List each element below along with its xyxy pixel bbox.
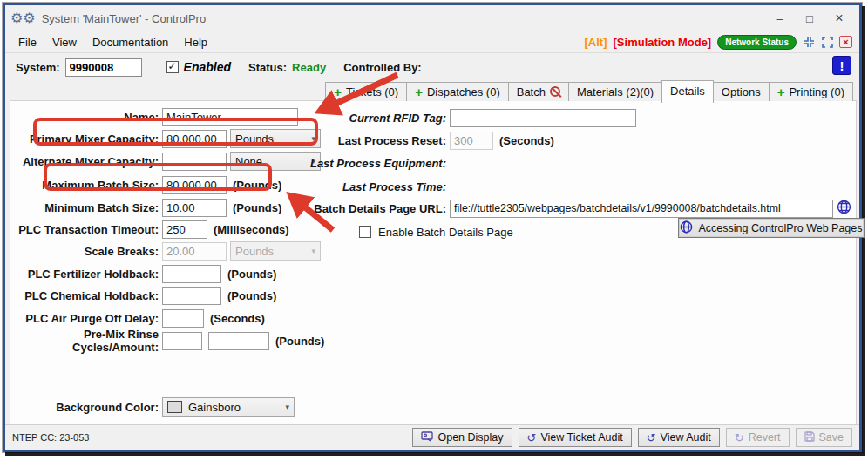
close-panel-icon[interactable]: × [839,36,852,48]
batch-details-url-label: Batch Details Page URL: [272,202,446,215]
plus-icon: + [777,85,785,98]
name-row: Name: [14,107,298,126]
title-bar: ⚙⚙ System 'MainTower' - ControlPro – □ × [5,5,859,31]
plc-transaction-timeout-input[interactable] [162,220,207,239]
plc-transaction-timeout-row: PLC Transaction Timeout: (Milliseconds) [14,220,289,239]
plc-transaction-timeout-label: PLC Transaction Timeout: [14,223,159,236]
window-title: System 'MainTower' - ControlPro [42,12,206,25]
scale-breaks-input [162,242,227,261]
last-process-equipment-label: Last Process Equipment: [272,157,446,170]
current-rfid-tag-input[interactable] [450,109,636,127]
alt-mode-badge: [Alt] [585,36,607,49]
enable-batch-details-label: Enable Batch Details Page [378,226,513,239]
primary-mixer-capacity-input[interactable] [162,130,227,148]
alert-button[interactable]: ! [832,56,851,75]
accessing-webpages-button[interactable]: Accessing ControlPro Web Pages [678,218,865,238]
view-ticket-audit-button[interactable]: ↺ View Ticket Audit [519,428,632,447]
plc-chemical-holdback-label: PLC Chemical Holdback: [14,289,159,302]
open-display-button[interactable]: Open Display [412,428,512,447]
system-label: System: [16,61,60,74]
maximum-batch-size-input[interactable] [162,176,227,194]
plc-fertilizer-holdback-unit: (Pounds) [227,268,276,281]
background-color-label: Background Color: [14,401,159,414]
scale-breaks-unit-select: Pounds ▾ [230,241,321,261]
batch-details-url-input[interactable] [450,200,833,218]
plc-chemical-holdback-unit: (Pounds) [227,289,276,302]
history-icon: ↺ [647,432,656,444]
ntep-certification-text: NTEP CC: 23-053 [12,432,89,443]
network-status-badge[interactable]: Network Status [717,35,797,50]
plc-chemical-holdback-input[interactable] [162,287,221,305]
tab-details[interactable]: Details [661,80,714,103]
current-rfid-tag-label: Current RFID Tag: [272,112,446,125]
background-color-row: Background Color: Gainsboro ▾ [14,397,295,417]
status-value: Ready [292,61,326,74]
view-audit-button[interactable]: ↺ View Audit [638,428,720,447]
plc-air-purge-off-delay-input[interactable] [162,309,204,328]
display-icon [421,431,433,444]
scale-breaks-row: Scale Breaks: Pounds ▾ [14,241,321,261]
system-toolbar: System: Enabled Status: Ready Controlled… [5,54,859,80]
tab-printing[interactable]: + Printing (0) [769,82,853,101]
menu-help[interactable]: Help [176,33,215,51]
premix-rinse-cycles-input[interactable] [162,332,202,350]
plc-fertilizer-holdback-input[interactable] [162,265,221,283]
menu-view[interactable]: View [44,33,85,51]
minimum-batch-size-label: Minimum Batch Size: [14,201,159,214]
system-input[interactable] [65,58,142,77]
minimum-batch-size-input[interactable] [162,199,227,217]
maximize-button[interactable]: □ [795,7,824,30]
close-button[interactable]: × [824,7,854,30]
enabled-label: Enabled [184,60,231,74]
save-icon [804,431,815,444]
plc-chemical-holdback-row: PLC Chemical Holdback: (Pounds) [14,286,276,305]
batch-details-url-row: Batch Details Page URL: [272,199,851,218]
premix-rinse-row: Pre-Mix Rinse Cycles/Amount: (Pounds) [14,331,324,350]
menu-bar: File View Documentation Help [Alt] [Simu… [5,31,859,53]
plc-air-purge-off-delay-unit: (Seconds) [210,312,265,325]
footer-bar: NTEP CC: 23-053 Open Display ↺ View Tick… [5,424,859,450]
plc-air-purge-off-delay-row: PLC Air Purge Off Delay: (Seconds) [14,308,265,328]
current-rfid-tag-row: Current RFID Tag: [272,108,636,127]
tab-tickets[interactable]: + Tickets (0) [325,82,407,101]
tab-batch[interactable]: Batch [508,82,569,101]
plc-transaction-timeout-unit: (Milliseconds) [214,223,289,236]
plus-icon: + [334,85,342,98]
simulation-mode-badge: [Simulation Mode] [614,36,712,49]
chevron-down-icon: ▾ [285,403,289,411]
background-color-select[interactable]: Gainsboro ▾ [162,397,295,417]
color-swatch [167,401,182,413]
enabled-checkbox[interactable] [166,61,179,73]
fullscreen-icon[interactable] [821,36,833,48]
tab-strip: + Tickets (0) + Dispatches (0) Batch Mat… [326,80,853,101]
premix-rinse-label: Pre-Mix Rinse Cycles/Amount: [14,328,159,354]
globe-icon[interactable] [837,200,851,218]
no-entry-icon [550,86,560,97]
minimum-batch-size-row: Minimum Batch Size: (Pounds) [14,198,281,217]
maximum-batch-size-label: Maximum Batch Size: [14,179,159,192]
premix-rinse-amount-input[interactable] [208,332,269,350]
plc-fertilizer-holdback-label: PLC Fertilizer Holdback: [14,268,159,281]
name-label: Name: [14,111,159,124]
status-label: Status: [248,61,287,74]
revert-button: ↻ Revert [726,428,790,447]
menu-documentation[interactable]: Documentation [85,33,176,51]
tab-materials[interactable]: Materials (2)(0) [568,82,662,101]
last-process-reset-row: Last Process Reset: (Seconds) [272,131,554,150]
menu-file[interactable]: File [10,33,44,51]
tab-options[interactable]: Options [713,82,770,101]
details-panel: Name: Primary Mixer Capacity: Pounds ▾ A… [10,100,857,426]
revert-icon: ↻ [735,432,744,444]
enable-batch-details-checkbox[interactable] [359,226,371,238]
history-icon: ↺ [527,432,537,444]
primary-mixer-capacity-label: Primary Mixer Capacity: [14,132,159,146]
compress-window-icon[interactable] [803,36,815,48]
app-window: ⚙⚙ System 'MainTower' - ControlPro – □ ×… [3,3,862,452]
tab-dispatches[interactable]: + Dispatches (0) [406,82,509,101]
minimize-button[interactable]: – [765,7,795,30]
last-process-reset-unit: (Seconds) [499,134,554,147]
app-gears-icon: ⚙⚙ [10,11,36,25]
alternate-mixer-capacity-input[interactable] [162,153,227,171]
plc-air-purge-off-delay-label: PLC Air Purge Off Delay: [14,312,159,325]
save-button: Save [796,428,853,447]
